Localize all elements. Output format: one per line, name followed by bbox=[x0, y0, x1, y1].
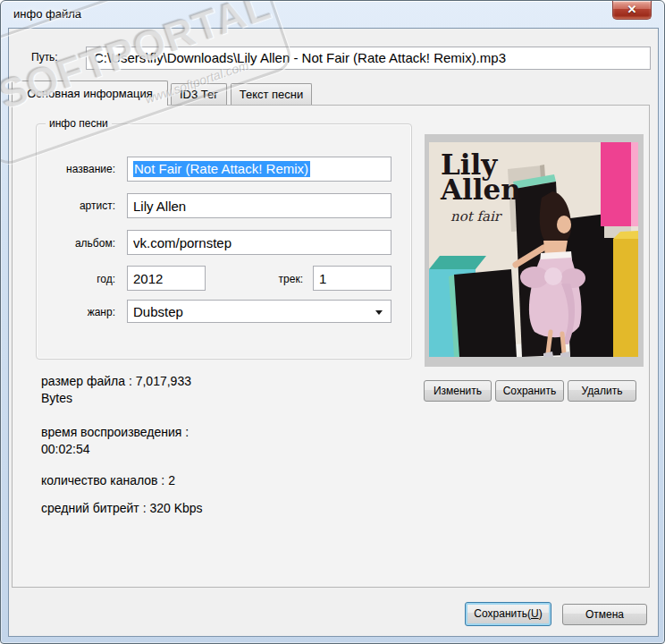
song-info-legend: инфо песни bbox=[46, 117, 112, 130]
bitrate-text: средний битрейт : 320 Kbps bbox=[41, 500, 238, 517]
genre-label: жанр: bbox=[44, 306, 115, 318]
tab-page-main-info: инфо песни название: артист: альбом: год… bbox=[12, 105, 650, 588]
file-size-text: размер файла : 7,017,933Bytes bbox=[41, 373, 238, 407]
close-button[interactable]: ✕ bbox=[612, 1, 652, 20]
window-title: инфо файла bbox=[13, 7, 81, 21]
delete-art-button[interactable]: Удалить bbox=[568, 380, 636, 402]
path-label: Путь: bbox=[31, 51, 58, 64]
track-field[interactable] bbox=[313, 266, 391, 291]
track-label: трек: bbox=[267, 273, 303, 285]
path-input[interactable]: C:\Users\fly\Downloads\Lily Allen - Not … bbox=[86, 47, 651, 70]
edit-art-button[interactable]: Изменить bbox=[424, 380, 492, 402]
cover-title-script: not fair bbox=[450, 208, 503, 225]
play-time-text: время воспроизведения :00:02:54 bbox=[41, 424, 238, 458]
title-field[interactable]: Not Fair (Rate Attack! Remix) bbox=[127, 157, 391, 182]
save-button[interactable]: Сохранить(U) bbox=[465, 602, 551, 626]
album-art-box: Lily Allen not fair bbox=[425, 134, 644, 367]
tab-main-info[interactable]: Основная информация bbox=[12, 80, 168, 106]
dialog-window: инфо файла ✕ Путь: C:\Users\fly\Download… bbox=[0, 0, 665, 644]
close-icon: ✕ bbox=[627, 3, 637, 16]
title-selected-text: Not Fair (Rate Attack! Remix) bbox=[133, 161, 310, 177]
album-field[interactable] bbox=[127, 230, 391, 255]
tab-id3[interactable]: ID3 Тег bbox=[171, 83, 227, 106]
titlebar[interactable]: инфо файла ✕ bbox=[1, 1, 664, 28]
tab-lyrics[interactable]: Текст песни bbox=[231, 83, 312, 106]
genre-dropdown[interactable]: Dubstep bbox=[127, 300, 391, 323]
artist-label: артист: bbox=[44, 199, 115, 212]
year-field[interactable] bbox=[127, 266, 206, 291]
genre-selected-value: Dubstep bbox=[133, 304, 183, 319]
cover-artist-line2: Allen bbox=[440, 174, 521, 206]
chevron-down-icon bbox=[375, 310, 383, 315]
title-label: название: bbox=[44, 163, 115, 175]
album-label: альбом: bbox=[44, 237, 115, 250]
dialog-client-area: Путь: C:\Users\fly\Downloads\Lily Allen … bbox=[8, 28, 659, 637]
channels-text: количество каналов : 2 bbox=[41, 472, 238, 489]
album-art: Lily Allen not fair bbox=[429, 142, 638, 357]
artist-field[interactable] bbox=[127, 193, 391, 218]
cancel-button[interactable]: Отмена bbox=[562, 604, 647, 625]
save-art-button[interactable]: Сохранить bbox=[495, 380, 564, 402]
year-label: год: bbox=[44, 273, 115, 285]
